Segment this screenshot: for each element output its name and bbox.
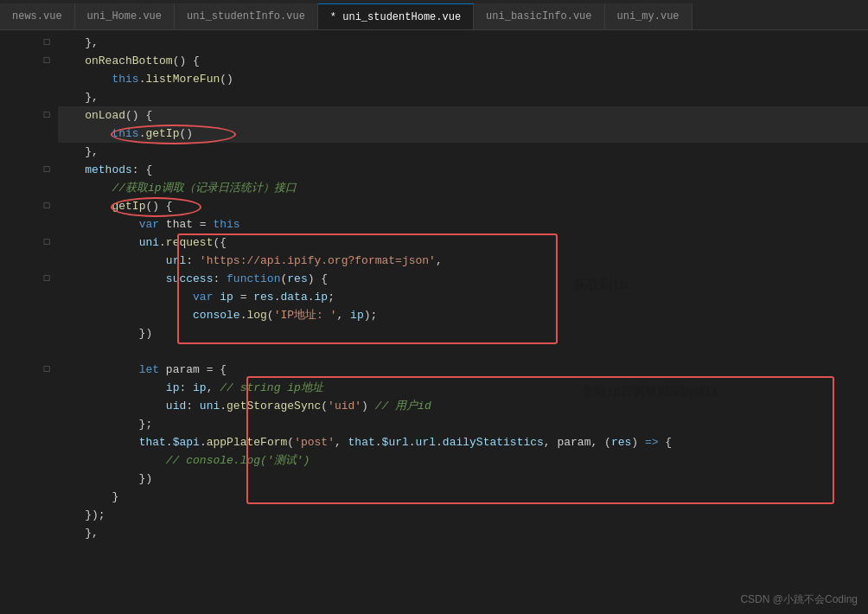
code-line: getIp() { — [58, 197, 868, 215]
code-line: }); — [58, 506, 868, 524]
watermark: CSDN @小跳不会Coding — [740, 592, 858, 607]
code-line: methods: { — [58, 161, 868, 179]
code-line: }, — [58, 143, 868, 161]
code-line: var ip = res.data.ip; — [58, 288, 868, 306]
line-numbers — [0, 30, 39, 614]
tab-uni-home[interactable]: uni_Home.vue — [75, 3, 175, 29]
code-line: // console.log('测试') — [58, 451, 868, 470]
code-line: }; — [58, 415, 868, 433]
code-line: onLoad() { — [58, 106, 868, 125]
code-line: }) — [58, 470, 868, 488]
code-line: var that = this — [58, 215, 868, 233]
code-line: success: function(res) { — [58, 270, 868, 288]
editor: □ □ □ □ □ □ □ □ }, — [0, 30, 868, 614]
code-line — [58, 342, 868, 361]
code-line: url: 'https://api.ipify.org?format=json'… — [58, 252, 868, 270]
code-line: this.listMoreFun() — [58, 70, 868, 88]
code-content: }, onReachBottom() { this.listMoreFun() … — [54, 30, 868, 614]
code-line: uid: uni.getStorageSync('uid') // 用户id — [58, 397, 868, 415]
code-line: }) — [58, 324, 868, 342]
code-line: }, — [58, 88, 868, 106]
tab-uni-student-home[interactable]: * uni_studentHome.vue — [318, 3, 474, 29]
code-line: uni.request({ — [58, 233, 868, 252]
code-line: that.$api.appPlateForm('post', that.$url… — [58, 433, 868, 451]
code-line: }, — [58, 524, 868, 542]
tab-bar: news.vue uni_Home.vue uni_studentInfo.vu… — [0, 0, 868, 30]
tab-uni-my[interactable]: uni_my.vue — [605, 3, 692, 29]
code-line: }, — [58, 34, 868, 52]
code-line: onReachBottom() { — [58, 52, 868, 70]
code-line: let param = { — [58, 361, 868, 379]
code-line: //获取ip调取（记录日活统计）接口 — [58, 179, 868, 197]
code-line: ip: ip, // string ip地址 — [58, 379, 868, 397]
code-line: this.getIp() — [58, 125, 868, 143]
gutter: □ □ □ □ □ □ □ □ — [39, 30, 54, 614]
code-line: console.log('IP地址: ', ip); — [58, 306, 868, 324]
tab-news[interactable]: news.vue — [0, 3, 75, 29]
tab-uni-student-info[interactable]: uni_studentInfo.vue — [175, 3, 318, 29]
code-line: } — [58, 488, 868, 506]
tab-uni-basic-info[interactable]: uni_basicInfo.vue — [474, 3, 604, 29]
